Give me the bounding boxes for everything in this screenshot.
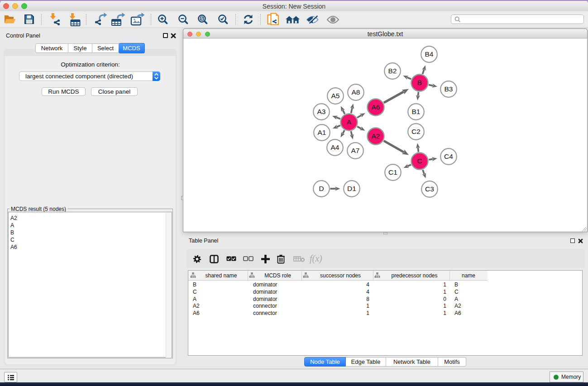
- svg-text:D1: D1: [347, 185, 356, 192]
- svg-text:A4: A4: [331, 143, 339, 151]
- svg-text:C4: C4: [444, 152, 453, 160]
- svg-text:C3: C3: [425, 185, 434, 193]
- svg-text:D: D: [319, 185, 324, 192]
- svg-text:A8: A8: [352, 88, 360, 96]
- svg-text:A5: A5: [331, 92, 340, 100]
- svg-text:B1: B1: [412, 108, 421, 115]
- svg-text:A2: A2: [372, 132, 380, 140]
- svg-text:A1: A1: [318, 129, 326, 136]
- svg-text:A7: A7: [351, 147, 360, 154]
- svg-text:B4: B4: [425, 50, 434, 58]
- svg-text:A: A: [347, 118, 352, 126]
- svg-text:B: B: [417, 79, 422, 86]
- svg-text:C: C: [417, 157, 422, 165]
- svg-text:A3: A3: [317, 108, 326, 115]
- svg-text:B3: B3: [445, 85, 453, 93]
- svg-text:C2: C2: [411, 128, 421, 135]
- svg-text:A6: A6: [372, 103, 380, 111]
- svg-text:B2: B2: [388, 67, 397, 75]
- svg-text:C1: C1: [388, 168, 397, 176]
